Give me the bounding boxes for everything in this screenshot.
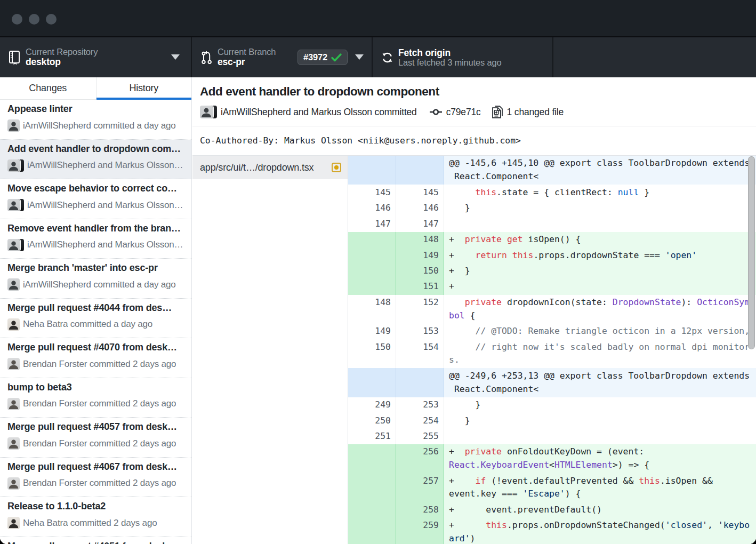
diff-new-line-number: 146: [396, 201, 444, 216]
diff-line[interactable]: 251255: [348, 429, 756, 444]
diff-line[interactable]: 256+ private onFoldoutKeyDown = (event:R…: [348, 444, 756, 473]
avatar: [7, 358, 20, 370]
diff-new-line-number: 151: [396, 279, 444, 294]
diff-new-line-number: 152: [396, 295, 444, 324]
commit-list-item-title: Merge pull request #4070 from desk…: [7, 341, 185, 354]
diff-code: [444, 429, 756, 444]
diff-line[interactable]: 146146 }: [348, 201, 756, 216]
diff-new-line-number: 255: [396, 429, 444, 444]
diff-old-line-number: 150: [348, 339, 396, 368]
commit-sha: c79e71c: [446, 107, 481, 118]
diff-code: + if (!event.defaultPrevented && this.is…: [444, 473, 756, 502]
commit-list-item-title: Merge branch 'master' into esc-pr: [7, 261, 185, 274]
diff-line[interactable]: 150+ }: [348, 263, 756, 279]
commit-list-item[interactable]: Merge branch 'master' into esc-priAmWill…: [0, 259, 191, 299]
file-path: app/src/ui/t…/dropdown.tsx: [200, 162, 327, 173]
window-close-button[interactable]: [12, 14, 22, 25]
diff-code: // right now it's scaled badly on normal…: [444, 339, 756, 368]
commit-list-item-title: Merge pull request #4057 from desk…: [7, 420, 185, 433]
file-diff-icon: [492, 106, 503, 118]
commit-list-item[interactable]: Add event handler to dropdown com…iAmWil…: [0, 140, 191, 180]
commit-list-item-byline: iAmWillShepherd committed a day ago: [23, 121, 176, 131]
pull-request-badge[interactable]: #3972: [297, 50, 348, 65]
commit-list-item[interactable]: Merge pull request #4051 from desk…: [0, 537, 191, 544]
avatar: [7, 199, 20, 211]
sidebar: Changes History Appease linteriAmWillShe…: [0, 77, 192, 544]
window-zoom-button[interactable]: [46, 14, 57, 25]
diff-new-line-number: 259: [396, 518, 444, 544]
current-branch-dropdown[interactable]: Current Branch esc-pr #3972: [192, 37, 373, 77]
fetch-title: Fetch origin: [398, 47, 501, 58]
commit-list-item[interactable]: Remove event handler from the bran…iAmWi…: [0, 219, 191, 259]
diff-line[interactable]: 249253 }: [348, 397, 756, 413]
avatar: [7, 398, 20, 410]
diff-line[interactable]: 257+ if (!event.defaultPrevented && this…: [348, 473, 756, 502]
diff-new-line-number: 149: [396, 247, 444, 263]
diff-old-line-number: [348, 156, 396, 185]
repository-label: Current Repository: [26, 47, 98, 57]
commit-list-item-meta: Brendan Forster committed 2 days ago: [7, 437, 185, 450]
file-row[interactable]: app/src/ui/t…/dropdown.tsx: [192, 156, 348, 179]
branch-name: esc-pr: [218, 57, 276, 67]
commit-list: Appease linteriAmWillShepherd committed …: [0, 100, 191, 544]
diff-line[interactable]: 149153 // @TODO: Remake triangle octicon…: [348, 324, 756, 339]
diff-new-line-number: [396, 156, 444, 185]
commit-list-item-meta: Neha Batra committed 2 days ago: [7, 517, 185, 529]
branch-label: Current Branch: [218, 47, 276, 57]
diff-code: @@ -145,6 +145,10 @@ export class Toolba…: [444, 156, 756, 185]
diff-line[interactable]: 148+ private get isOpen() {: [348, 232, 756, 247]
commit-list-item-meta: Brendan Forster committed 2 days ago: [7, 398, 185, 410]
titlebar[interactable]: [0, 0, 756, 36]
diff-old-line-number: [348, 444, 396, 473]
commit-list-item-byline: Brendan Forster committed 2 days ago: [23, 359, 176, 370]
diff-line[interactable]: 145145 this.state = { clientRect: null }: [348, 185, 756, 200]
commit-list-item[interactable]: Merge pull request #4057 from desk…Brend…: [0, 418, 191, 458]
file-modified-icon: [332, 163, 341, 172]
diff-scrollbar-thumb[interactable]: [748, 156, 755, 349]
commit-list-item[interactable]: Appease linteriAmWillShepherd committed …: [0, 100, 191, 140]
diff-old-line-number: 147: [348, 216, 396, 231]
commit-list-item-meta: Neha Batra committed a day ago: [7, 318, 185, 331]
tab-history[interactable]: History: [96, 77, 192, 99]
commit-list-item[interactable]: Release to 1.1.0-beta2Neha Batra committ…: [0, 497, 191, 537]
commit-description-text: Co-Authored-By: Markus Olsson <niik@user…: [200, 135, 521, 146]
fetch-origin-button[interactable]: Fetch origin Last fetched 3 minutes ago: [373, 37, 553, 77]
current-repository-dropdown[interactable]: Current Repository desktop: [0, 37, 192, 77]
diff-hunk-header[interactable]: @@ -145,6 +145,10 @@ export class Toolba…: [348, 156, 756, 185]
diff-hunk-header[interactable]: @@ -249,6 +253,13 @@ export class Toolba…: [348, 368, 756, 397]
diff-line[interactable]: 258+ event.preventDefault(): [348, 502, 756, 517]
diff-code: + event.preventDefault(): [444, 502, 756, 517]
diff-code: }: [444, 397, 756, 413]
commit-list-item-title: Merge pull request #4044 from des…: [7, 301, 185, 314]
diff-line[interactable]: 151+: [348, 279, 756, 294]
diff-line[interactable]: 147147: [348, 216, 756, 231]
diff-view[interactable]: @@ -145,6 +145,10 @@ export class Toolba…: [348, 156, 756, 544]
commit-list-item[interactable]: Merge pull request #4044 from des…Neha B…: [0, 299, 191, 339]
pull-request-number: #3972: [303, 52, 327, 62]
diff-line[interactable]: 250254 }: [348, 413, 756, 428]
git-commit-icon: [430, 108, 442, 116]
diff-line[interactable]: 149+ return this.props.dropdownState ===…: [348, 247, 756, 263]
diff-new-line-number: 254: [396, 413, 444, 428]
commit-list-item-byline: Neha Batra committed 2 days ago: [23, 518, 157, 529]
commit-list-item[interactable]: Merge pull request #4067 from desk…Brend…: [0, 458, 191, 498]
diff-old-line-number: 148: [348, 295, 396, 324]
window-minimize-button[interactable]: [29, 14, 39, 25]
diff-old-line-number: 149: [348, 324, 396, 339]
diff-old-line-number: [348, 247, 396, 263]
diff-line[interactable]: 148152 private dropdownIcon(state: Dropd…: [348, 295, 756, 324]
diff-line[interactable]: 150154 // right now it's scaled badly on…: [348, 339, 756, 368]
diff-code: + this.props.onDropdownStateChanged('clo…: [444, 518, 756, 544]
avatar-iamwillshepherd: [200, 106, 213, 118]
commit-list-item[interactable]: Move escape behavior to correct co…iAmWi…: [0, 179, 191, 219]
tab-changes[interactable]: Changes: [0, 77, 96, 99]
diff-code: + return this.props.dropdownState === 'o…: [444, 247, 756, 263]
commit-list-item-title: Release to 1.1.0-beta2: [7, 500, 185, 513]
diff-line[interactable]: 259+ this.props.onDropdownStateChanged('…: [348, 518, 756, 544]
commit-list-item-byline: Neha Batra committed a day ago: [23, 319, 152, 330]
diff-old-line-number: [348, 279, 396, 294]
commit-list-item-meta: iAmWillShepherd and Markus Olsson…: [7, 239, 185, 251]
commit-list-item[interactable]: Merge pull request #4070 from desk…Brend…: [0, 338, 191, 378]
branch-text: Current Branch esc-pr: [218, 47, 276, 67]
commit-list-item[interactable]: bump to beta3Brendan Forster committed 2…: [0, 378, 191, 418]
